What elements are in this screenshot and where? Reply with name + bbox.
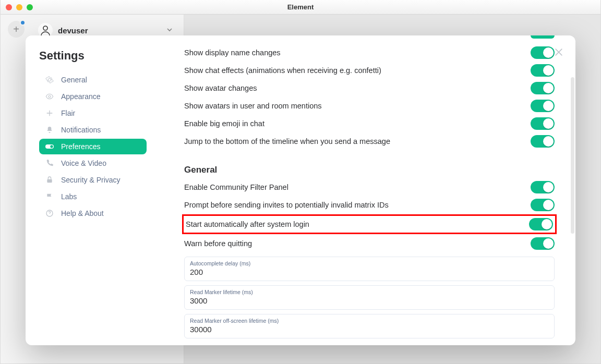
field-label: Read Marker lifetime (ms) — [190, 289, 549, 295]
setting-row: Warn before quitting — [184, 235, 555, 252]
setting-label: Enable Community Filter Panel — [184, 183, 289, 191]
sidebar-item-label: Appearance — [61, 92, 101, 101]
svg-point-0 — [43, 26, 47, 30]
sidebar-item-labs[interactable]: Labs — [39, 189, 147, 204]
sidebar-item-label: Flair — [61, 109, 75, 117]
field-input[interactable] — [190, 324, 549, 334]
svg-point-1 — [49, 95, 51, 98]
setting-label: Show chat effects (animations when recei… — [184, 66, 381, 75]
app-window: Element + devuser — [0, 0, 601, 364]
setting-label: Prompt before sending invites to potenti… — [184, 201, 389, 209]
toggle-switch[interactable] — [531, 135, 555, 148]
sidebar-item-appearance[interactable]: Appearance — [39, 89, 147, 104]
toggle-switch[interactable] — [531, 82, 555, 94]
setting-row: Jump to the bottom of the timeline when … — [184, 132, 555, 150]
chevron-down-icon — [166, 26, 173, 34]
setting-row: Show chat effects (animations when recei… — [184, 62, 555, 79]
gear-icon — [45, 76, 54, 84]
settings-modal: Settings GeneralAppearanceFlairNotificat… — [26, 35, 575, 345]
toggle-switch[interactable] — [529, 218, 553, 230]
titlebar: Element — [1, 0, 600, 15]
settings-content[interactable]: Show display name changesShow chat effec… — [151, 35, 575, 345]
sidebar-item-label: Labs — [61, 192, 77, 201]
phone-icon — [45, 159, 54, 167]
window-minimize-button[interactable] — [16, 4, 22, 10]
svg-point-3 — [50, 145, 53, 148]
setting-label: Start automatically after system login — [186, 220, 309, 228]
window-close-button[interactable] — [6, 4, 12, 10]
sidebar-item-preferences[interactable]: Preferences — [39, 139, 147, 154]
compose-button[interactable]: + — [8, 21, 25, 38]
setting-row: Show display name changes — [184, 44, 555, 62]
window-controls — [6, 4, 33, 10]
numeric-field: Read Marker off-screen lifetime (ms) — [184, 314, 555, 338]
toggle-switch[interactable] — [531, 199, 555, 211]
numeric-field: Read Marker lifetime (ms) — [184, 285, 555, 310]
modal-title: Settings — [39, 49, 147, 63]
sidebar-item-notifications[interactable]: Notifications — [39, 122, 147, 138]
svg-rect-4 — [47, 179, 52, 183]
setting-label: Show avatars in user and room mentions — [184, 102, 322, 110]
field-input[interactable] — [190, 295, 549, 305]
sidebar-item-general[interactable]: General — [39, 72, 147, 88]
setting-row: Enable big emoji in chat — [184, 115, 555, 132]
toggle-switch[interactable] — [531, 237, 555, 250]
window-zoom-button[interactable] — [27, 4, 33, 10]
toggle-switch[interactable] — [531, 117, 555, 130]
toggle-switch[interactable] — [531, 35, 555, 39]
field-label: Autocomplete delay (ms) — [190, 260, 549, 266]
sidebar-item-label: General — [61, 76, 87, 84]
setting-label: Enable big emoji in chat — [184, 119, 265, 128]
setting-row: Enable Community Filter Panel — [184, 178, 555, 196]
setting-row: Show avatars in user and room mentions — [184, 97, 555, 115]
scrollbar[interactable] — [571, 77, 574, 234]
bell-icon — [45, 126, 54, 134]
sidebar-item-label: Security & Privacy — [61, 176, 121, 184]
section-heading-general: General — [184, 165, 555, 175]
settings-sidebar: Settings GeneralAppearanceFlairNotificat… — [26, 35, 151, 345]
sidebar-item-label: Notifications — [61, 126, 101, 134]
window-title: Element — [1, 3, 600, 11]
field-label: Read Marker off-screen lifetime (ms) — [190, 318, 549, 324]
toggle-switch[interactable] — [531, 46, 555, 59]
notification-dot — [20, 20, 26, 26]
setting-row: Start automatically after system login — [182, 214, 557, 234]
sidebar-item-help-about[interactable]: Help & About — [39, 205, 147, 221]
sidebar-item-label: Voice & Video — [61, 159, 106, 167]
sidebar-item-voice-video[interactable]: Voice & Video — [39, 155, 147, 171]
sidebar-item-label: Preferences — [61, 142, 100, 151]
sidebar-item-flair[interactable]: Flair — [39, 105, 147, 121]
plus-icon: + — [13, 23, 19, 35]
sidebar-item-security-privacy[interactable]: Security & Privacy — [39, 172, 147, 188]
field-input[interactable] — [190, 266, 549, 276]
lock-icon — [45, 176, 54, 184]
username-label: devuser — [58, 26, 88, 35]
setting-label: Jump to the bottom of the timeline when … — [184, 137, 390, 145]
help-icon — [45, 209, 54, 217]
setting-row: Prompt before sending invites to potenti… — [184, 196, 555, 214]
plus-icon — [45, 109, 54, 117]
sidebar-item-label: Help & About — [61, 209, 104, 217]
flag-icon — [45, 192, 54, 201]
eye-icon — [45, 92, 54, 101]
toggle-icon — [45, 142, 54, 151]
toggle-switch[interactable] — [531, 64, 555, 77]
setting-label: Show avatar changes — [184, 84, 257, 92]
toggle-switch[interactable] — [531, 100, 555, 112]
toggle-switch[interactable] — [531, 181, 555, 193]
numeric-field: Autocomplete delay (ms) — [184, 257, 555, 281]
setting-row: Show avatar changes — [184, 79, 555, 97]
setting-label: Warn before quitting — [184, 239, 252, 248]
setting-label: Show display name changes — [184, 48, 281, 57]
